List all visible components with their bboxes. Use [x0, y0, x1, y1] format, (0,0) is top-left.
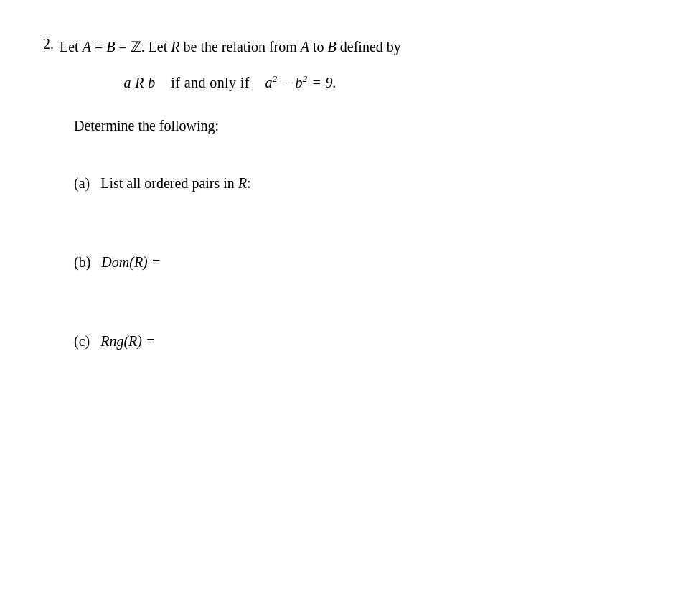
relation-rhs: a2 − b2 = 9.	[265, 75, 337, 90]
part-b-label: (b)	[74, 254, 98, 270]
part-c-text: Rng(R) =	[100, 333, 155, 349]
part-c-label: (c)	[74, 333, 97, 349]
relation-connector: if and only if	[171, 75, 249, 90]
problem-intro-body: Let A = B = ℤ. Let R be the relation fro…	[60, 36, 401, 409]
problem-header: 2. Let A = B = ℤ. Let R be the relation …	[43, 36, 653, 409]
determine-text: Determine the following:	[74, 115, 401, 136]
page: 2. Let A = B = ℤ. Let R be the relation …	[0, 0, 696, 616]
part-a-label: (a)	[74, 175, 97, 191]
part-c: (c) Rng(R) =	[74, 330, 401, 352]
relation-lhs: a R b	[124, 75, 156, 90]
part-b: (b) Dom(R) =	[74, 251, 401, 273]
part-b-text: Dom(R) =	[101, 254, 161, 270]
relation-definition: a R b if and only if a2 − b2 = 9.	[60, 72, 401, 93]
problem-number: 2.	[43, 36, 54, 52]
part-a-text: List all ordered pairs in R:	[100, 175, 250, 191]
problem-intro-text: Let A = B = ℤ. Let R be the relation fro…	[60, 39, 401, 55]
part-a: (a) List all ordered pairs in R:	[74, 172, 401, 194]
